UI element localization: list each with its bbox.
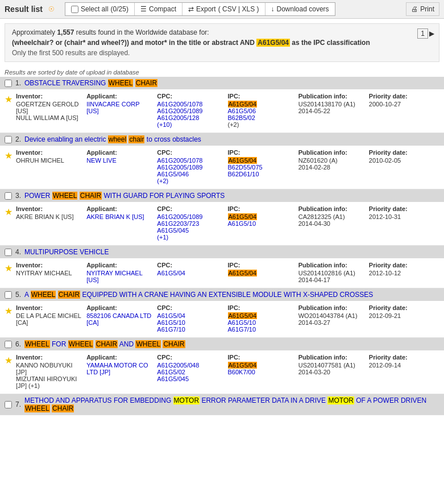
ipc-link-1-3[interactable]: B62B5/02: [228, 114, 255, 121]
pub-col-1: Publication info: US2014138170 (A1)2014-…: [298, 93, 369, 128]
rss-icon[interactable]: ☉: [48, 5, 55, 13]
priority-value-1: 2000-10-27: [369, 101, 435, 108]
applicant-value-4: NYITRAY MICHAEL [US]: [86, 270, 152, 283]
highlight-wheel-6a: WHEEL: [24, 340, 50, 348]
ipc-link-3-1[interactable]: A61G5/04: [228, 213, 258, 220]
download-covers-label: Download covers: [277, 5, 329, 13]
cpc-value-1: A61G2005/1078 A61G2005/1089 A61G2005/128…: [157, 101, 223, 128]
cpc-link-3-3[interactable]: A61G5/045: [157, 227, 189, 234]
ipc-link-2-2[interactable]: B62D55/075: [228, 164, 263, 171]
ipc-link-1-2[interactable]: A61G5/06: [228, 108, 256, 114]
cpc-link-1-3[interactable]: A61G2005/128: [157, 114, 199, 121]
export-button[interactable]: ⇄ Export ( CSV | XLS ): [182, 3, 265, 15]
priority-value-2: 2010-02-05: [369, 157, 435, 164]
result-title-link-5[interactable]: A WHEEL CHAIR EQUIPPED WITH A CRANE HAVI…: [24, 291, 373, 299]
star-icon-4[interactable]: ★: [5, 263, 16, 274]
cpc-col-5: CPC: A61G5/04 A61G5/10 A61G7/10: [157, 304, 227, 333]
applicant-label-5: Applicant:: [86, 304, 152, 311]
inventor-col-5: Inventor: DE LA PLACE MICHEL [CA]: [16, 304, 86, 333]
ipc-link-4-1[interactable]: A61G5/04: [228, 270, 258, 276]
priority-value-3: 2012-10-31: [369, 213, 435, 220]
result-checkbox-3[interactable]: [5, 192, 12, 200]
cpc-link-1-1[interactable]: A61G2005/1078: [157, 101, 202, 108]
ipc-query-highlight: A61G5/04: [256, 39, 290, 47]
ipc-link-5-1[interactable]: A61G5/04: [228, 312, 258, 319]
cpc-link-6-1[interactable]: A61G2005/048: [157, 362, 199, 369]
result-checkbox-4[interactable]: [5, 249, 12, 256]
cpc-link-3-2[interactable]: A61G2203/723: [157, 220, 199, 227]
export-formats-label: ( CSV | XLS ): [218, 5, 259, 13]
result-checkbox-2[interactable]: [5, 136, 12, 143]
result-title-link-2[interactable]: Device enabling an electric wheel chair …: [24, 135, 201, 143]
star-icon-5[interactable]: ★: [5, 305, 16, 316]
result-body-3: ★ Inventor: AKRE BRIAN K [US] Applicant:…: [0, 202, 444, 245]
download-covers-button[interactable]: ↓ Download covers: [265, 3, 335, 15]
cpc-col-3: CPC: A61G2005/1089 A61G2203/723 A61G5/04…: [157, 205, 227, 241]
limit-note: Only the first 500 results are displayed…: [12, 49, 432, 57]
star-icon-2[interactable]: ★: [5, 150, 16, 161]
ipc-link-5-3[interactable]: A61G7/10: [228, 326, 256, 333]
cpc-link-6-3[interactable]: A61G5/045: [157, 375, 189, 382]
result-checkbox-6[interactable]: [5, 341, 12, 348]
select-all-button[interactable]: Select all (0/25): [65, 3, 135, 15]
result-header-3: 3. POWER WHEEL CHAIR WITH GUARD FOR PLAY…: [0, 189, 444, 202]
cpc-link-3-4[interactable]: (+1): [157, 234, 168, 241]
highlight-chair-6a: CHAIR: [96, 340, 118, 348]
cpc-link-1-2[interactable]: A61G2005/1089: [157, 108, 202, 114]
result-body-1: ★ Inventor: GOERTZEN GEROLD [US]NULL WIL…: [0, 89, 444, 133]
print-icon: 🖨: [411, 5, 418, 13]
ipc-link-2-1[interactable]: A61G5/04: [228, 157, 258, 164]
cpc-link-1-4[interactable]: (+10): [157, 121, 172, 128]
cpc-link-5-3[interactable]: A61G7/10: [157, 326, 185, 333]
compact-button[interactable]: ☰ Compact: [135, 3, 182, 15]
priority-col-5: Priority date: 2012-09-21: [369, 304, 439, 333]
cpc-link-5-2[interactable]: A61G5/10: [157, 319, 185, 326]
applicant-col-2: Applicant: NEW LIVE: [86, 149, 157, 184]
highlight-chair-5: CHAIR: [58, 291, 80, 299]
star-icon-6[interactable]: ★: [5, 355, 16, 366]
cpc-link-4-1[interactable]: A61G5/04: [157, 270, 185, 276]
ipc-more-1: (+2): [228, 121, 239, 128]
result-list-page: Result list ☉ Select all (0/25) ☰ Compac…: [0, 0, 444, 415]
ipc-link-5-2[interactable]: A61G5/10: [228, 319, 256, 326]
applicant-value-3: AKRE BRIAN K [US]: [86, 213, 152, 220]
result-checkbox-7[interactable]: [5, 401, 12, 408]
star-icon-1[interactable]: ★: [5, 94, 16, 105]
result-fields-6: Inventor: KANNO NOBUYUKI [JP]MIZUTANI HI…: [16, 354, 439, 389]
ipc-link-2-3[interactable]: B62D61/10: [228, 171, 259, 177]
cpc-link-3-1[interactable]: A61G2005/1089: [157, 213, 202, 220]
result-title-link-4[interactable]: MULTIPURPOSE VEHICLE: [24, 248, 109, 256]
cpc-link-5-1[interactable]: A61G5/04: [157, 312, 185, 319]
print-button[interactable]: 🖨 Print: [406, 2, 439, 16]
ipc-link-6-1[interactable]: A61G5/04: [228, 362, 258, 369]
cpc-link-2-3[interactable]: A61G5/046: [157, 171, 189, 177]
result-body-5: ★ Inventor: DE LA PLACE MICHEL [CA] Appl…: [0, 301, 444, 337]
cpc-link-2-2[interactable]: A61G2005/1089: [157, 164, 202, 171]
list-icon: ☰: [140, 5, 147, 13]
ipc-link-3-2[interactable]: A61G5/10: [228, 220, 256, 227]
ipc-link-1-1[interactable]: A61G5/04: [228, 101, 258, 108]
pub-label-1: Publication info:: [298, 93, 364, 100]
highlight-chair-7: CHAIR: [52, 404, 74, 412]
star-icon-3[interactable]: ★: [5, 206, 16, 217]
result-title-link-1[interactable]: OBSTACLE TRAVERSING WHEEL CHAIR: [24, 79, 157, 87]
cpc-link-2-4[interactable]: (+2): [157, 177, 168, 184]
next-page-arrow[interactable]: ▶: [429, 30, 434, 38]
result-body-4: ★ Inventor: NYITRAY MICHAEL Applicant: N…: [0, 258, 444, 288]
result-checkbox-5[interactable]: [5, 291, 12, 299]
result-title-link-3[interactable]: POWER WHEEL CHAIR WITH GUARD FOR PLAYING…: [24, 192, 225, 200]
inventor-col-4: Inventor: NYITRAY MICHAEL: [16, 262, 86, 283]
cpc-link-2-1[interactable]: A61G2005/1078: [157, 157, 202, 164]
applicant-value-5: 8582106 CANADA LTD [CA]: [86, 312, 152, 326]
result-title-link-6[interactable]: WHEEL FOR WHEEL CHAIR AND WHEEL CHAIR: [24, 340, 185, 348]
result-checkbox-1[interactable]: [5, 80, 12, 87]
select-all-checkbox[interactable]: [71, 6, 78, 13]
result-title-link-7[interactable]: METHOD AND APPARATUS FOR EMBEDDING MOTOR…: [24, 396, 439, 412]
result-item-5: 5. A WHEEL CHAIR EQUIPPED WITH A CRANE H…: [0, 288, 444, 338]
cpc-link-6-2[interactable]: A61G5/02: [157, 369, 185, 375]
pub-value-2: NZ601620 (A)2014-02-28: [298, 157, 364, 171]
cpc-label-2: CPC:: [157, 149, 223, 156]
result-item-7: 7. METHOD AND APPARATUS FOR EMBEDDING MO…: [0, 394, 444, 415]
ipc-link-6-2[interactable]: B60K7/00: [228, 369, 255, 375]
result-number-7: 7.: [15, 400, 21, 408]
